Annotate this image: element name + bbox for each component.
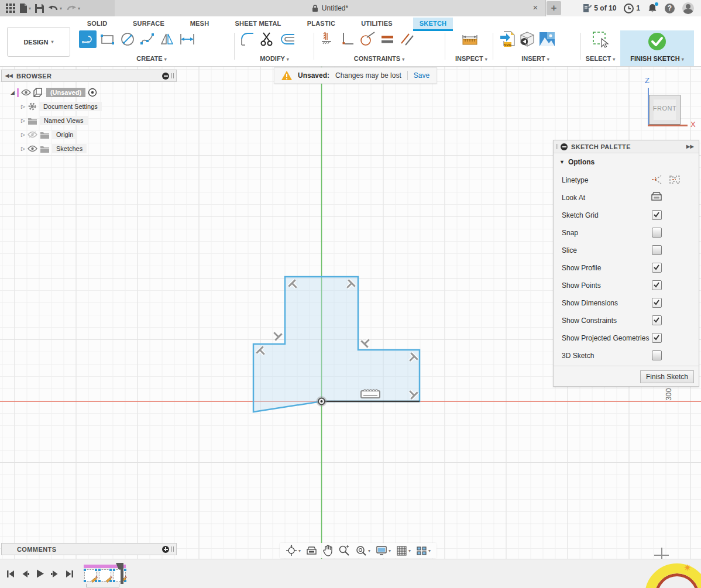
sketch-profile[interactable] xyxy=(253,277,420,412)
create-group-label[interactable]: CREATE ▾ xyxy=(79,55,224,62)
modify-group-label[interactable]: MODIFY ▾ xyxy=(239,55,310,62)
show-points-checkbox[interactable] xyxy=(652,280,662,290)
browser-item-document-settings[interactable]: ▷ Document Settings xyxy=(21,101,102,112)
visibility-eye-icon[interactable] xyxy=(21,89,31,96)
measure-tool-button[interactable] xyxy=(461,30,479,48)
select-tool-button[interactable] xyxy=(592,30,609,48)
browser-item-sketches[interactable]: ▷ Sketches xyxy=(21,143,87,154)
browser-header[interactable]: ◀◀ BROWSER xyxy=(1,70,177,82)
palette-expand-icon[interactable]: ▶▶ xyxy=(686,144,694,149)
rectangle-tool-button[interactable] xyxy=(99,30,116,48)
equal-constraint-button[interactable] xyxy=(379,30,396,48)
step-forward-button[interactable] xyxy=(50,569,60,579)
tangent-constraint-button[interactable] xyxy=(359,30,376,48)
fillet-tool-button[interactable] xyxy=(239,30,256,48)
palette-drag-handle[interactable] xyxy=(556,144,558,149)
display-caret-icon[interactable]: ▾ xyxy=(389,548,391,553)
viewports-caret-icon[interactable]: ▾ xyxy=(428,548,431,553)
display-settings-button[interactable]: ▾ xyxy=(376,545,391,556)
expander-icon[interactable]: ▷ xyxy=(21,118,25,123)
look-at-button[interactable] xyxy=(306,546,317,556)
look-at-icon[interactable] xyxy=(651,191,662,202)
sketch-palette-header[interactable]: SKETCH PALETTE ▶▶ xyxy=(554,140,699,153)
browser-item-origin[interactable]: ▷ Origin xyxy=(21,129,77,140)
viewcube[interactable]: Z FRONT X xyxy=(638,74,700,132)
sketch-grid-checkbox[interactable] xyxy=(652,210,662,220)
sketch-dimension-tool-button[interactable] xyxy=(178,30,196,48)
browser-resize-handle[interactable] xyxy=(171,73,174,78)
mirror-tool-button[interactable] xyxy=(159,30,176,48)
insert-svg-button[interactable]: SVG xyxy=(499,30,516,48)
timeline-playhead[interactable] xyxy=(121,563,123,584)
play-button[interactable] xyxy=(35,569,45,579)
expander-icon[interactable]: ▷ xyxy=(21,104,25,109)
undo-button[interactable]: ▾ xyxy=(48,4,62,12)
save-link[interactable]: Save xyxy=(414,71,429,80)
activate-radio-icon[interactable] xyxy=(88,88,97,97)
document-tab[interactable]: Untitled* × xyxy=(115,0,546,16)
offset-tool-button[interactable] xyxy=(279,30,296,48)
trim-tool-button[interactable] xyxy=(259,30,276,48)
grid-settings-button[interactable]: ▾ xyxy=(396,545,411,556)
show-profile-checkbox[interactable] xyxy=(652,263,662,273)
timeline-sketch-feature-2[interactable] xyxy=(99,569,111,582)
slice-checkbox[interactable] xyxy=(652,245,662,255)
grid-caret-icon[interactable]: ▾ xyxy=(408,548,411,553)
file-menu-button[interactable]: ▾ xyxy=(19,4,31,13)
finish-sketch-check-icon[interactable] xyxy=(647,32,667,51)
visibility-eye-icon[interactable] xyxy=(28,145,37,153)
user-avatar[interactable] xyxy=(682,2,694,14)
timeline-sketch-feature-1[interactable] xyxy=(84,569,97,582)
horizontal-constraint-icon[interactable] xyxy=(361,390,380,398)
comments-bar[interactable]: COMMENTS xyxy=(1,543,177,555)
parallel-constraint-button[interactable] xyxy=(398,30,416,48)
root-document-label[interactable]: (Unsaved) xyxy=(46,88,85,97)
step-back-button[interactable] xyxy=(20,569,30,579)
snap-checkbox[interactable] xyxy=(652,228,662,238)
browser-minimize-icon[interactable] xyxy=(162,73,169,80)
constraints-group-label[interactable]: CONSTRAINTS ▾ xyxy=(319,55,439,62)
file-menu-caret-icon[interactable]: ▾ xyxy=(29,6,31,11)
horizontal-vertical-constraint-button[interactable] xyxy=(339,30,356,48)
new-tab-button[interactable]: + xyxy=(547,1,561,15)
finish-sketch-button[interactable]: Finish Sketch xyxy=(640,370,694,383)
skip-to-start-button[interactable] xyxy=(6,569,15,579)
design-workspace-dropdown[interactable]: DESIGN ▾ xyxy=(7,27,70,57)
tab-solid[interactable]: SOLID xyxy=(79,18,115,30)
dimension-label[interactable]: 300 xyxy=(664,388,673,401)
show-dimensions-checkbox[interactable] xyxy=(652,298,662,308)
item-label[interactable]: Sketches xyxy=(52,144,87,153)
notifications-clock[interactable]: 1 xyxy=(624,4,640,13)
palette-minimize-icon[interactable] xyxy=(561,143,568,150)
viewcube-face-label[interactable]: FRONT xyxy=(650,105,680,112)
zoom-button[interactable] xyxy=(338,545,350,556)
fix-constraint-button[interactable] xyxy=(319,30,336,48)
redo-button[interactable]: ▾ xyxy=(66,4,80,12)
insert-canvas-button[interactable] xyxy=(538,30,556,48)
options-section-header[interactable]: ▼ Options xyxy=(559,158,595,166)
circle-tool-button[interactable] xyxy=(119,30,136,48)
tab-surface[interactable]: SURFACE xyxy=(124,18,173,30)
select-group-label[interactable]: SELECT ▾ xyxy=(584,55,617,62)
tab-plastic[interactable]: PLASTIC xyxy=(303,18,340,30)
line-tool-button[interactable] xyxy=(79,30,97,48)
visibility-eye-off-icon[interactable] xyxy=(28,131,37,139)
origin-point[interactable] xyxy=(317,396,327,407)
root-expander-icon[interactable]: ◢ xyxy=(11,90,15,95)
insert-mesh-button[interactable] xyxy=(518,30,536,48)
app-grid-icon[interactable] xyxy=(6,4,15,13)
insert-group-label[interactable]: INSERT ▾ xyxy=(499,55,572,62)
expander-icon[interactable]: ▷ xyxy=(21,132,25,137)
timeline-sketch-feature-3[interactable] xyxy=(114,569,126,582)
finish-sketch-panel[interactable]: FINISH SKETCH ▾ xyxy=(620,30,694,66)
projected-linetype-icon[interactable] xyxy=(668,174,681,185)
close-tab-button[interactable]: × xyxy=(530,2,541,13)
undo-caret-icon[interactable]: ▾ xyxy=(60,6,62,11)
tab-sheet-metal[interactable]: SHEET METAL xyxy=(225,18,291,30)
viewcube-front-face[interactable]: FRONT xyxy=(649,95,681,125)
inspect-group-label[interactable]: INSPECT ▾ xyxy=(455,55,484,62)
job-status[interactable]: 5 of 10 xyxy=(582,4,616,13)
browser-item-named-views[interactable]: ▷ Named Views xyxy=(21,115,88,126)
browser-collapse-icon[interactable]: ◀◀ xyxy=(5,73,13,78)
orbit-button[interactable]: ▾ xyxy=(286,545,301,556)
